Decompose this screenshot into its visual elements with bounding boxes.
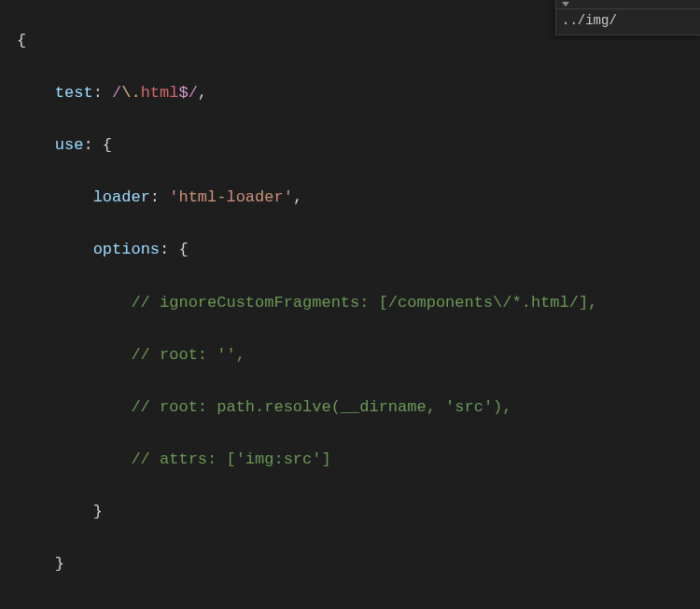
- chevron-down-icon: [562, 2, 569, 7]
- code-line: use: {: [0, 132, 700, 159]
- code-line: // attrs: ['img:src']: [0, 447, 700, 473]
- code-editor[interactable]: { test: /\.html$/, use: { loader: 'html-…: [0, 0, 700, 609]
- panel-header: [556, 0, 700, 9]
- code-line: {: [0, 28, 700, 54]
- code-line: // root: '',: [0, 342, 700, 368]
- code-line: loader: 'html-loader',: [0, 185, 700, 211]
- code-line: options: {: [0, 237, 700, 263]
- code-line: // root: path.resolve(__dirname, 'src'),: [0, 394, 700, 421]
- code-line: }: [0, 551, 700, 577]
- code-line: },: [0, 603, 700, 609]
- code-line: test: /\.html$/,: [0, 80, 700, 106]
- code-line: }: [0, 499, 700, 525]
- code-line: // ignoreCustomFragments: [/components\/…: [0, 290, 700, 316]
